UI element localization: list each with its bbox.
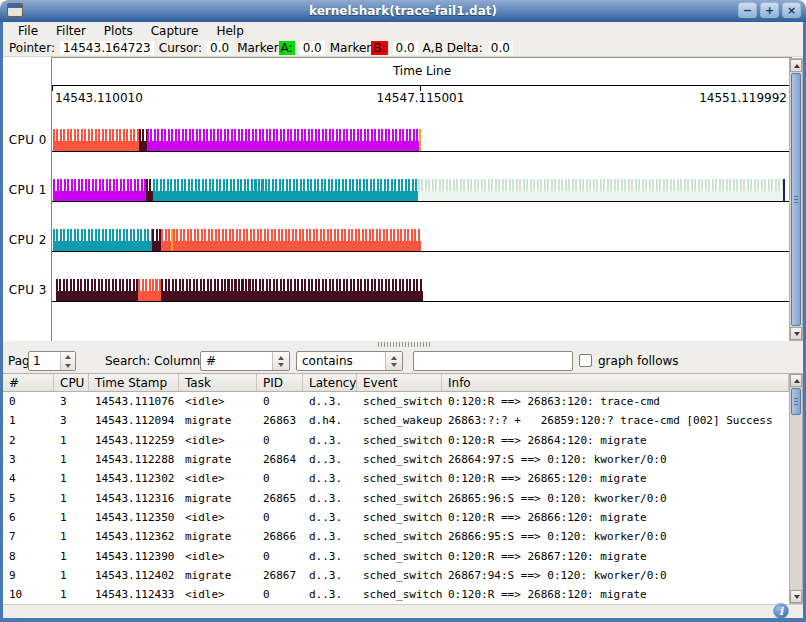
menu-help[interactable]: Help xyxy=(207,23,252,39)
pane-splitter[interactable] xyxy=(3,341,803,349)
graph-vertical-scrollbar[interactable] xyxy=(789,58,803,341)
combo-arrows-icon[interactable] xyxy=(385,352,402,370)
title-bar[interactable]: kernelshark(trace-fail1.dat) −+× xyxy=(0,0,806,22)
task-fill xyxy=(53,241,152,251)
task-fill xyxy=(173,241,421,251)
table-vertical-scrollbar[interactable] xyxy=(789,373,803,604)
table-row[interactable]: 4114543.112302<idle>0d..3.sched_switch0:… xyxy=(3,469,789,488)
cell-task: <idle> xyxy=(179,550,257,563)
marker-b-badge: B: xyxy=(371,41,387,55)
splitter-grip[interactable] xyxy=(378,342,430,347)
info-icon[interactable]: i xyxy=(773,603,789,619)
task-segment-magenta xyxy=(53,179,146,201)
column-header-cpu[interactable]: CPU xyxy=(54,374,89,391)
menu-capture[interactable]: Capture xyxy=(142,23,208,39)
column-select[interactable]: # xyxy=(200,351,290,371)
task-fill xyxy=(56,291,138,301)
column-header-task[interactable]: Task xyxy=(179,374,257,391)
cell-pid: 26864 xyxy=(257,453,303,466)
cell-pid: 0 xyxy=(257,395,303,408)
scroll-up-button[interactable] xyxy=(790,374,802,387)
task-segment-maroon xyxy=(152,229,161,251)
event-ticks xyxy=(173,229,421,241)
cell-info: 26865:96:S ==> 0:120: kworker/0:0 xyxy=(442,492,789,505)
cell-latency: d..3. xyxy=(303,550,357,563)
search-bar: Page 1 Search: Column: # contains graph … xyxy=(3,349,803,373)
cell-event: sched_wakeup xyxy=(357,414,442,427)
search-column-label: Search: Column: xyxy=(105,354,204,368)
column-header-time-stamp[interactable]: Time Stamp xyxy=(89,374,179,391)
spin-down-button[interactable] xyxy=(61,361,75,370)
spin-up-icon xyxy=(65,355,71,359)
cell-time-stamp: 14543.112350 xyxy=(89,511,179,524)
column-header-latency[interactable]: Latency xyxy=(303,374,357,391)
scroll-down-button[interactable] xyxy=(790,590,802,603)
table-row[interactable]: 10114543.112433<idle>0d..3.sched_switch0… xyxy=(3,585,789,604)
combo-arrows-icon[interactable] xyxy=(272,352,289,370)
page-spinner[interactable]: 1 xyxy=(28,351,76,371)
cell-pid: 0 xyxy=(257,588,303,601)
table-row[interactable]: 0314543.111076<idle>0d..3.sched_switch0:… xyxy=(3,392,789,411)
window-frame-bottom xyxy=(0,618,806,622)
close-button[interactable]: × xyxy=(782,2,801,18)
cell-task: migrate xyxy=(179,453,257,466)
match-select[interactable]: contains xyxy=(296,351,403,371)
task-fill xyxy=(418,191,783,201)
column-header-pid[interactable]: PID xyxy=(257,374,303,391)
table-row[interactable]: 7114543.112362migrate26866d..3.sched_swi… xyxy=(3,527,789,546)
cpu-label-3: CPU 3 xyxy=(3,283,47,297)
cell--: 9 xyxy=(3,569,54,582)
graph-follows-checkbox[interactable] xyxy=(579,354,592,367)
graph-scrollbar-thumb[interactable] xyxy=(791,73,801,326)
cell-task: <idle> xyxy=(179,588,257,601)
cpu-graph-1[interactable] xyxy=(52,179,789,202)
pointer-label: Pointer: xyxy=(9,41,55,55)
chevron-down-icon xyxy=(794,595,800,599)
cpu-baseline xyxy=(52,201,789,202)
cpu-graph-0[interactable] xyxy=(52,129,789,152)
maximize-button[interactable]: + xyxy=(760,2,779,18)
task-segment-tomato xyxy=(173,229,421,251)
kernelshark-window: kernelshark(trace-fail1.dat) −+× FileFil… xyxy=(0,0,806,622)
table-row[interactable]: 2114543.112259<idle>0d..3.sched_switch0:… xyxy=(3,431,789,450)
cell-latency: d..3. xyxy=(303,530,357,543)
menu-plots[interactable]: Plots xyxy=(95,23,142,39)
task-segment-teal xyxy=(153,179,418,201)
cell-cpu: 1 xyxy=(54,492,89,505)
menu-filter[interactable]: Filter xyxy=(47,23,95,39)
table-row[interactable]: 3114543.112288migrate26864d..3.sched_swi… xyxy=(3,450,789,469)
task-segment-maroon xyxy=(161,279,423,301)
cpu-graph-2[interactable] xyxy=(52,229,789,252)
minimize-button[interactable]: − xyxy=(738,2,757,18)
menu-file[interactable]: File xyxy=(9,23,47,39)
column-header-event[interactable]: Event xyxy=(357,374,442,391)
search-input[interactable] xyxy=(413,351,573,371)
table-row[interactable]: 5114543.112316migrate26865d..3.sched_swi… xyxy=(3,488,789,507)
cell-pid: 26863 xyxy=(257,414,303,427)
cell-cpu: 1 xyxy=(54,511,89,524)
scroll-up-button[interactable] xyxy=(790,59,802,72)
marker-b-label: Marker xyxy=(330,41,371,55)
task-fill xyxy=(139,141,147,151)
cell-pid: 0 xyxy=(257,511,303,524)
column-header--[interactable]: # xyxy=(3,374,54,391)
cell-info: 26867:94:S ==> 0:120: kworker/0:0 xyxy=(442,569,789,582)
table-scrollbar-thumb[interactable] xyxy=(791,388,801,415)
scroll-down-button[interactable] xyxy=(790,327,802,340)
spin-up-button[interactable] xyxy=(61,352,75,361)
cell-cpu: 1 xyxy=(54,434,89,447)
cell-time-stamp: 14543.112316 xyxy=(89,492,179,505)
cell-info: 0:120:R ==> 26865:120: migrate xyxy=(442,472,789,485)
table-row[interactable]: 8114543.112390<idle>0d..3.sched_switch0:… xyxy=(3,546,789,565)
cell-event: sched_switch xyxy=(357,550,442,563)
plot-area[interactable]: Time Line 14543.110010 14547.115001 1455… xyxy=(52,57,792,341)
table-row[interactable]: 9114543.112402migrate26867d..3.sched_swi… xyxy=(3,566,789,585)
cpu-baseline xyxy=(52,151,789,152)
task-fill xyxy=(161,291,423,301)
cell--: 3 xyxy=(3,453,54,466)
table-row[interactable]: 1314543.112094migrate26863d.h4.sched_wak… xyxy=(3,411,789,430)
column-header-info[interactable]: Info xyxy=(442,374,789,391)
cpu-graph-3[interactable] xyxy=(52,279,789,302)
cell-task: <idle> xyxy=(179,395,257,408)
table-row[interactable]: 6114543.112350<idle>0d..3.sched_switch0:… xyxy=(3,508,789,527)
